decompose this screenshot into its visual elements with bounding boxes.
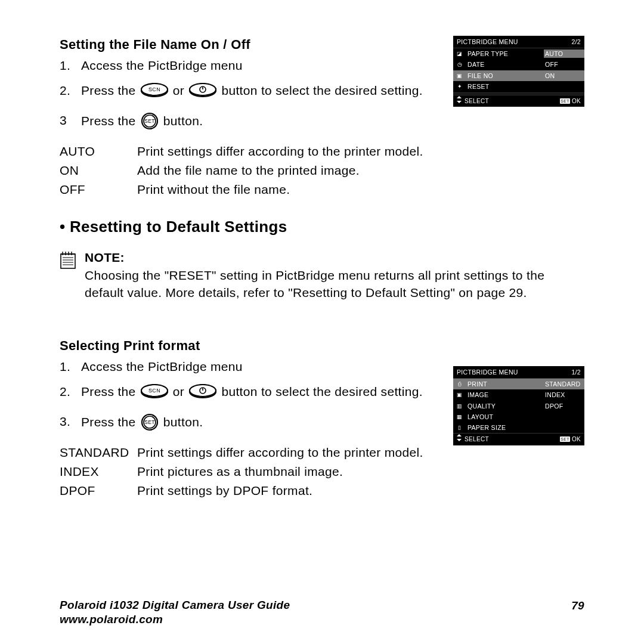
step-item: 1.Access the PictBridge menu — [60, 57, 429, 74]
step-item: 1.Access the PictBridge menu — [60, 358, 429, 375]
step-item: 2.Press the SCN or button to select the … — [60, 383, 429, 405]
svg-text:SET: SET — [144, 118, 154, 124]
svg-text:SCN: SCN — [148, 388, 160, 394]
lcd-page: 1/2 — [571, 368, 581, 376]
definition-row: STANDARDPrint settings differ according … — [60, 444, 584, 461]
lcd-screenshot-2: PICTBRIDGE MENU1/2 ⎙PRINTSTANDARD ▣IMAGE… — [453, 366, 584, 445]
section-title: • Resetting to Default Settings — [60, 216, 584, 237]
section-title: Selecting Print format — [60, 337, 584, 355]
lcd-row: ⎙PRINTSTANDARD — [453, 379, 584, 389]
lcd-screenshot-1: PICTBRIDGE MENU2/2 ◪PAPER TYPEAUTO ◷DATE… — [453, 36, 584, 107]
footer-guide: Polaroid i1032 Digital Camera User Guide — [60, 598, 290, 613]
set-button-icon: SET — [140, 413, 160, 435]
definition-row: INDEXPrint pictures as a thumbnail image… — [60, 463, 584, 480]
step-item: 3Press the SET button. — [60, 112, 429, 134]
note-text: Choosing the "RESET" setting in PictBrid… — [85, 267, 584, 301]
lcd-title: PICTBRIDGE MENU — [457, 38, 518, 46]
notepad-icon — [60, 250, 76, 270]
lcd-row: ▦LAYOUT — [453, 411, 584, 422]
timer-button-icon — [188, 83, 218, 104]
definition-row: DPOFPrint settings by DPOF format. — [60, 482, 584, 499]
page-number: 79 — [571, 598, 584, 627]
svg-text:SET: SET — [144, 419, 154, 425]
lcd-row: ✦RESET — [453, 81, 584, 92]
lcd-row: ▯PAPER SIZE — [453, 422, 584, 433]
manual-page: PICTBRIDGE MENU2/2 ◪PAPER TYPEAUTO ◷DATE… — [0, 0, 644, 644]
scn-button-icon: SCN — [140, 384, 169, 405]
updown-icon — [457, 435, 463, 441]
definitions-list: STANDARDPrint settings differ according … — [60, 444, 584, 500]
lcd-row: ◪PAPER TYPEAUTO — [453, 48, 584, 59]
lcd-row: ▥QUALITYDPOF — [453, 401, 584, 411]
svg-text:SCN: SCN — [148, 86, 160, 92]
lcd-row: ▣IMAGEINDEX — [453, 389, 584, 400]
lcd-row: ▣FILE NOON — [453, 70, 584, 81]
lcd-title: PICTBRIDGE MENU — [457, 368, 518, 376]
lcd-page: 2/2 — [571, 38, 581, 46]
set-button-icon: SET — [140, 112, 160, 134]
note-block: NOTE: Choosing the "RESET" setting in Pi… — [60, 249, 584, 301]
definitions-list: AUTOPrint settings differ according to t… — [60, 143, 584, 199]
definition-row: OFFPrint without the file name. — [60, 181, 584, 198]
timer-button-icon — [188, 384, 218, 405]
svg-rect-10 — [61, 254, 75, 268]
footer-url: www.polaroid.com — [60, 612, 290, 627]
definition-row: ONAdd the file name to the printed image… — [60, 162, 584, 179]
definition-row: AUTOPrint settings differ according to t… — [60, 143, 584, 160]
page-footer: Polaroid i1032 Digital Camera User Guide… — [60, 598, 584, 627]
scn-button-icon: SCN — [140, 83, 169, 104]
step-item: 2.Press the SCN or button to select the … — [60, 82, 429, 104]
lcd-row: ◷DATEOFF — [453, 59, 584, 70]
updown-icon — [457, 97, 463, 103]
note-label: NOTE: — [85, 249, 584, 266]
step-item: 3.Press the SET button. — [60, 413, 429, 435]
